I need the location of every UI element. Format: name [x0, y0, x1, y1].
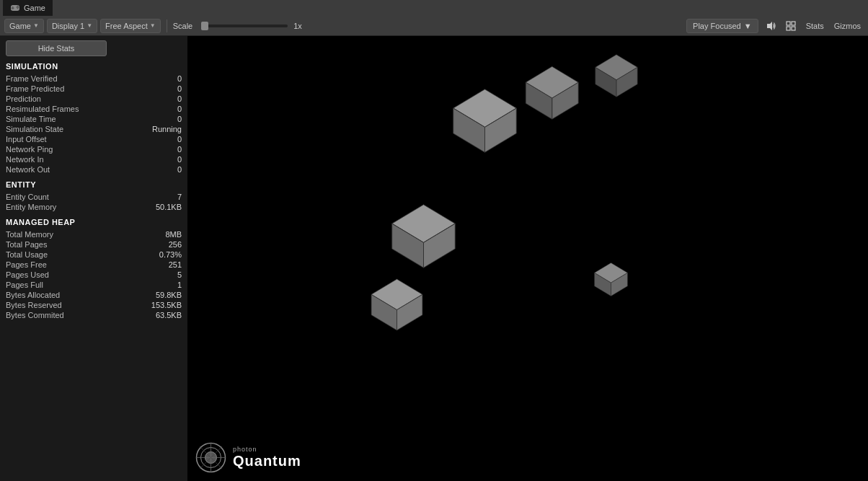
play-focused-arrow: ▼ — [744, 22, 752, 30]
stat-value: 0.73% — [131, 250, 182, 259]
stat-label: Prediction — [6, 94, 41, 103]
stat-value: 251 — [131, 260, 182, 269]
svg-rect-11 — [792, 27, 795, 30]
stat-value: 0 — [131, 135, 182, 144]
photon-logo-text: photon Quantum — [233, 446, 301, 469]
table-row: Pages Free251 — [6, 260, 182, 270]
stat-value: 50.1KB — [131, 203, 182, 211]
simulation-stats: Frame Verified0Frame Predicted0Predictio… — [6, 74, 182, 175]
cube-decoration — [386, 198, 461, 274]
table-row: Bytes Reserved153.5KB — [6, 300, 182, 310]
stat-value: 1 — [131, 281, 182, 289]
table-row: Frame Verified0 — [6, 74, 182, 84]
stat-value: 0 — [131, 74, 182, 83]
stat-label: Bytes Reserved — [6, 301, 62, 309]
cube-decoration — [366, 274, 428, 335]
controller-icon — [10, 3, 20, 13]
stat-value: 0 — [131, 165, 182, 174]
table-row: Frame Predicted0 — [6, 84, 182, 94]
game-dropdown-arrow: ▼ — [33, 22, 39, 29]
stat-label: Total Pages — [6, 240, 47, 249]
table-row: Network In0 — [6, 154, 182, 164]
toolbar: Game ▼ Display 1 ▼ Free Aspect ▼ Scale 1… — [0, 16, 868, 36]
table-row: Bytes Commited63.5KB — [6, 310, 182, 320]
aspect-dropdown-arrow: ▼ — [150, 22, 156, 29]
stats-btn[interactable]: Stats — [803, 20, 827, 32]
stat-label: Simulate Time — [6, 115, 56, 123]
play-focused-btn[interactable]: Play Focused ▼ — [686, 19, 758, 33]
stat-value: 5 — [131, 270, 182, 279]
scale-label: Scale — [173, 22, 193, 30]
display-dropdown-btn[interactable]: Display 1 ▼ — [47, 19, 97, 33]
stat-value: Running — [131, 125, 182, 133]
stat-label: Network Out — [6, 165, 50, 174]
stat-label: Entity Memory — [6, 203, 56, 211]
game-viewport: photon Quantum — [187, 36, 868, 481]
stat-value: 0 — [131, 94, 182, 103]
table-row: Prediction0 — [6, 94, 182, 104]
grid-btn[interactable] — [783, 19, 799, 33]
table-row: Simulate Time0 — [6, 114, 182, 124]
stat-value: 0 — [131, 155, 182, 164]
stat-value: 0 — [131, 145, 182, 154]
svg-rect-10 — [787, 27, 790, 30]
photon-logo-icon — [195, 441, 227, 474]
game-tab[interactable]: Game — [3, 0, 53, 16]
stat-label: Bytes Allocated — [6, 291, 60, 299]
quantum-main-label: Quantum — [233, 453, 301, 469]
stat-label: Pages Full — [6, 281, 43, 289]
cube-decoration — [591, 50, 642, 101]
table-row: Network Out0 — [6, 164, 182, 175]
stat-value: 0 — [131, 115, 182, 123]
stat-label: Input Offset — [6, 135, 47, 144]
stat-label: Network Ping — [6, 145, 53, 154]
aspect-dropdown-btn[interactable]: Free Aspect ▼ — [100, 19, 161, 33]
svg-rect-9 — [792, 22, 795, 25]
scale-value: 1x — [293, 22, 302, 30]
entity-stats: Entity Count7Entity Memory50.1KB — [6, 192, 182, 212]
toolbar-right: Play Focused ▼ Stats Gizmos — [686, 19, 864, 33]
table-row: Bytes Allocated59.8KB — [6, 290, 182, 300]
stat-value: 153.5KB — [131, 301, 182, 309]
display-dropdown-arrow: ▼ — [87, 22, 92, 29]
hide-stats-btn[interactable]: Hide Stats — [6, 40, 107, 56]
svg-rect-2 — [12, 8, 14, 9]
stat-value: 8MB — [131, 230, 182, 239]
stat-label: Network In — [6, 155, 44, 164]
heap-stats: Total Memory8MBTotal Pages256Total Usage… — [6, 229, 182, 320]
stat-value: 59.8KB — [131, 291, 182, 299]
svg-rect-8 — [787, 22, 790, 25]
table-row: Total Usage0.73% — [6, 250, 182, 260]
stat-label: Frame Predicted — [6, 84, 64, 93]
stat-value: 0 — [131, 105, 182, 113]
stat-label: Total Usage — [6, 250, 48, 259]
game-tab-label: Game — [24, 4, 45, 12]
gizmos-btn[interactable]: Gizmos — [831, 20, 864, 32]
entity-section-title: ENTITY — [6, 180, 182, 189]
stat-label: Pages Used — [6, 270, 49, 279]
stat-label: Resimulated Frames — [6, 105, 79, 113]
stat-value: 63.5KB — [131, 311, 182, 319]
stat-value: 256 — [131, 240, 182, 249]
stat-label: Entity Count — [6, 193, 49, 201]
scale-slider[interactable] — [201, 25, 288, 27]
audio-btn[interactable] — [763, 19, 779, 33]
scale-thumb — [201, 22, 208, 30]
table-row: Simulation StateRunning — [6, 124, 182, 134]
stats-panel: Hide Stats SIMULATION Frame Verified0Fra… — [0, 36, 187, 481]
stat-value: 0 — [131, 84, 182, 93]
stat-label: Simulation State — [6, 125, 63, 133]
stat-label: Frame Verified — [6, 74, 58, 83]
svg-marker-7 — [767, 22, 772, 30]
table-row: Network Ping0 — [6, 144, 182, 154]
game-dropdown-btn[interactable]: Game ▼ — [4, 19, 44, 33]
photon-logo: photon Quantum — [195, 441, 301, 474]
svg-point-5 — [17, 8, 19, 9]
svg-point-6 — [17, 6, 19, 7]
cube-decoration — [521, 61, 584, 125]
table-row: Pages Full1 — [6, 280, 182, 290]
toolbar-separator-1 — [167, 19, 167, 32]
cube-decoration — [591, 260, 631, 299]
table-row: Total Pages256 — [6, 239, 182, 250]
main-content: Hide Stats SIMULATION Frame Verified0Fra… — [0, 36, 868, 481]
